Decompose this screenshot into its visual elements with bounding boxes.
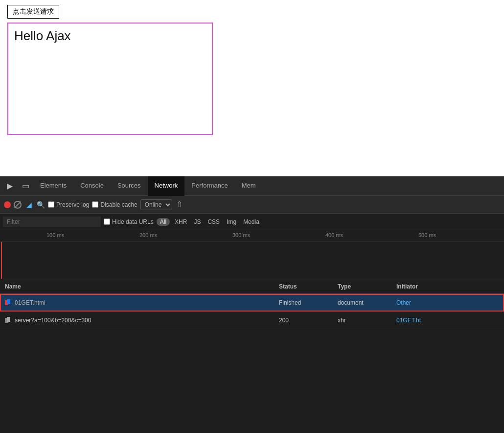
tab-network[interactable]: Network xyxy=(148,176,185,196)
cursor-icon[interactable]: ▶ xyxy=(2,178,18,194)
tab-sources[interactable]: Sources xyxy=(111,176,148,196)
filter-icon[interactable]: ◢ xyxy=(24,200,33,209)
header-initiator: Initiator xyxy=(391,283,504,290)
preserve-log-checkbox[interactable] xyxy=(48,201,54,208)
tab-performance[interactable]: Performance xyxy=(184,176,234,196)
filter-input[interactable] xyxy=(3,216,101,227)
file-icon-xhr xyxy=(5,317,12,324)
table-row[interactable]: 01GET.html Finished document Other xyxy=(0,294,504,312)
preserve-log-text: Preserve log xyxy=(56,201,89,208)
row1-name: 01GET.html xyxy=(0,299,274,306)
upload-icon[interactable]: ⇧ xyxy=(175,200,184,209)
network-toolbar: ◢ 🔍 Preserve log Disable cache Online ⇧ xyxy=(0,196,504,214)
page-area: 点击发送请求 Hello Ajax xyxy=(0,0,504,176)
throttle-select[interactable]: Online xyxy=(140,199,172,210)
ruler-200ms: 200 ms xyxy=(139,232,157,238)
timeline-area: 100 ms 200 ms 300 ms 400 ms 500 ms xyxy=(0,230,504,279)
header-type: Type xyxy=(333,283,391,290)
ruler-400ms: 400 ms xyxy=(325,232,343,238)
file-icon-html xyxy=(5,299,12,306)
timeline-content xyxy=(0,242,504,279)
filter-xhr[interactable]: XHR xyxy=(173,218,189,226)
row1-status: Finished xyxy=(274,299,333,306)
result-box: Hello Ajax xyxy=(7,23,213,135)
send-button[interactable]: 点击发送请求 xyxy=(7,5,59,19)
row2-type: xhr xyxy=(333,317,391,324)
filter-row: Hide data URLs All XHR JS CSS Img Media xyxy=(0,214,504,230)
disable-cache-text: Disable cache xyxy=(100,201,137,208)
table-header: Name Status Type Initiator xyxy=(0,279,504,294)
filter-all[interactable]: All xyxy=(157,218,170,226)
row1-initiator: Other xyxy=(391,299,504,306)
hide-data-urls-text: Hide data URLs xyxy=(112,218,154,225)
ruler-300ms: 300 ms xyxy=(232,232,250,238)
tab-memory[interactable]: Mem xyxy=(235,176,263,196)
row2-initiator: 01GET.ht xyxy=(391,317,504,324)
network-table: Name Status Type Initiator 01GET.html Fi… xyxy=(0,279,504,433)
disable-cache-label[interactable]: Disable cache xyxy=(92,201,137,208)
search-icon[interactable]: 🔍 xyxy=(36,200,45,209)
header-name: Name xyxy=(0,283,274,290)
hide-data-urls-checkbox[interactable] xyxy=(104,218,110,225)
row2-name: server?a=100&b=200&c=300 xyxy=(0,317,274,324)
filter-img[interactable]: Img xyxy=(225,218,238,226)
filter-media[interactable]: Media xyxy=(241,218,261,226)
timeline-ruler: 100 ms 200 ms 300 ms 400 ms 500 ms xyxy=(0,230,504,242)
tab-console[interactable]: Console xyxy=(73,176,111,196)
filter-js[interactable]: JS xyxy=(192,218,203,226)
timeline-cursor xyxy=(1,242,2,279)
ruler-100ms: 100 ms xyxy=(46,232,64,238)
disable-cache-checkbox[interactable] xyxy=(92,201,98,208)
filter-css[interactable]: CSS xyxy=(206,218,222,226)
devtools-tab-bar: ▶ ▭ Elements Console Sources Network Per… xyxy=(0,176,504,196)
ruler-500ms: 500 ms xyxy=(418,232,436,238)
tab-elements[interactable]: Elements xyxy=(33,176,73,196)
hide-data-urls-label[interactable]: Hide data URLs xyxy=(104,218,154,225)
row1-type: document xyxy=(333,299,391,306)
preserve-log-label[interactable]: Preserve log xyxy=(48,201,89,208)
table-body: 01GET.html Finished document Other serve… xyxy=(0,294,504,433)
table-row[interactable]: server?a=100&b=200&c=300 200 xhr 01GET.h… xyxy=(0,312,504,329)
header-status: Status xyxy=(274,283,333,290)
device-icon[interactable]: ▭ xyxy=(18,178,33,194)
row2-status: 200 xyxy=(274,317,333,324)
record-button[interactable] xyxy=(4,201,11,208)
result-text: Hello Ajax xyxy=(14,28,71,43)
block-button[interactable] xyxy=(14,201,22,209)
devtools-panel: ▶ ▭ Elements Console Sources Network Per… xyxy=(0,176,504,433)
